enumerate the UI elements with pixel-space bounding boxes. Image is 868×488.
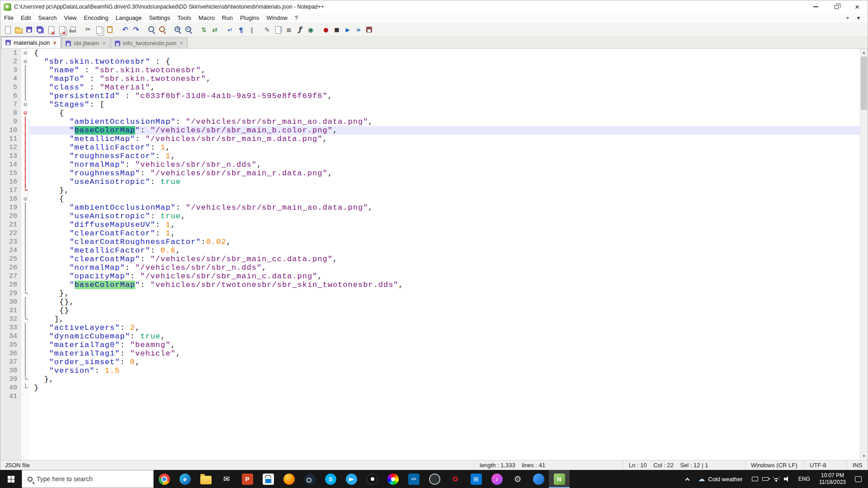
- tray-overflow-chevron-icon[interactable]: [682, 470, 693, 488]
- taskbar-icon-edge[interactable]: e: [175, 470, 195, 488]
- restore-button[interactable]: [826, 0, 847, 13]
- editor[interactable]: 1234567891011121314151617181920212223242…: [0, 49, 868, 460]
- toolbar-close-all-button[interactable]: [57, 24, 67, 36]
- code-line-23[interactable]: "clearCoatRoughnessFactor":0.02,: [29, 238, 868, 246]
- code-line-31[interactable]: {}: [29, 306, 868, 315]
- scroll-up-arrow-icon[interactable]: ▲: [860, 49, 868, 56]
- tab-close-icon[interactable]: ×: [102, 40, 106, 46]
- toolbar-macro-record-button[interactable]: ●: [321, 24, 331, 36]
- toolbar-doc-list-button[interactable]: ≡: [283, 24, 294, 36]
- menu-item-view[interactable]: View: [61, 13, 80, 23]
- tray-language[interactable]: ENG: [794, 476, 815, 482]
- taskbar-icon-color-wheel[interactable]: [382, 470, 403, 488]
- taskbar-icon-code[interactable]: <>: [403, 470, 424, 488]
- tray-battery-icon[interactable]: [762, 477, 769, 481]
- close-button[interactable]: ×: [847, 0, 868, 13]
- taskbar-icon-obs[interactable]: [424, 470, 445, 488]
- taskbar-icon-file-explorer[interactable]: [195, 470, 216, 488]
- taskbar-icon-music[interactable]: ♪: [486, 470, 507, 488]
- menu-item-help[interactable]: ?: [291, 13, 302, 23]
- menu-item-encoding[interactable]: Encoding: [80, 13, 112, 23]
- menu-item-language[interactable]: Language: [112, 13, 146, 23]
- toolbar-replace-button[interactable]: [157, 24, 168, 36]
- code-line-37[interactable]: "order_simset": 0,: [29, 358, 868, 366]
- toolbar-zoom-out-button[interactable]: −: [183, 24, 194, 36]
- taskbar-icon-powerpoint[interactable]: P: [237, 470, 258, 488]
- taskbar-icon-skype[interactable]: S: [320, 470, 341, 488]
- toolbar-copy-button[interactable]: [94, 24, 104, 36]
- taskbar-weather[interactable]: ☁ Cold weather: [693, 470, 748, 488]
- code-line-6[interactable]: "persistentId" : "c033f0bf-31d0-4a1b-9a9…: [29, 92, 868, 100]
- scrollbar-thumb[interactable]: [861, 56, 867, 110]
- code-line-20[interactable]: "useAnisotropic": true,: [29, 212, 868, 221]
- menu-item-settings[interactable]: Settings: [146, 13, 174, 23]
- tray-wifi-icon[interactable]: [773, 477, 780, 482]
- notification-center-button[interactable]: [850, 470, 866, 488]
- editor-vertical-scrollbar[interactable]: ▲ ▼: [860, 49, 868, 460]
- tab-list-dropdown-button[interactable]: ▾: [854, 14, 863, 22]
- code-line-11[interactable]: "metallicMap": "/vehicles/sbr/sbr_main_m…: [29, 135, 868, 143]
- code-line-41[interactable]: [29, 392, 868, 401]
- taskbar-icon-chrome[interactable]: [154, 470, 175, 488]
- menu-item-search[interactable]: Search: [34, 13, 60, 23]
- code-line-7[interactable]: "Stages": [: [29, 100, 868, 109]
- code-line-34[interactable]: "dynamicCubemap": true,: [29, 332, 868, 341]
- toolbar-macro-run-multiple-button[interactable]: »: [353, 24, 364, 36]
- taskbar-icon-github[interactable]: [362, 470, 382, 488]
- menu-item-plugins[interactable]: Plugins: [236, 13, 263, 23]
- taskbar-icon-mail[interactable]: ✉: [216, 470, 237, 488]
- code-line-5[interactable]: "class" : "Material",: [29, 83, 868, 92]
- code-line-38[interactable]: "version": 1.5: [29, 366, 868, 375]
- toolbar-show-all-chars-button[interactable]: ¶: [236, 24, 246, 36]
- taskbar-icon-xbox[interactable]: [528, 470, 549, 488]
- code-line-22[interactable]: "clearCoatFactor": 1,: [29, 229, 868, 238]
- toolbar-save-file-button[interactable]: [24, 24, 35, 36]
- toolbar-indent-guide-button[interactable]: ∥: [246, 24, 257, 36]
- toolbar-macro-stop-button[interactable]: ■: [331, 24, 342, 36]
- code-line-10[interactable]: "baseColorMap": "/vehicles/sbr/sbr_main_…: [29, 126, 868, 135]
- taskbar-icon-telegram[interactable]: [341, 470, 362, 488]
- scroll-down-arrow-icon[interactable]: ▼: [860, 452, 868, 460]
- status-encoding[interactable]: UTF-8: [804, 460, 847, 470]
- tray-clock[interactable]: 10:07 PM 11/18/2023: [815, 472, 850, 486]
- toolbar-function-list-button[interactable]: ƒ: [294, 24, 305, 36]
- code-line-30[interactable]: {},: [29, 298, 868, 306]
- taskbar-search[interactable]: [22, 470, 154, 488]
- toolbar-paste-button[interactable]: [104, 24, 115, 36]
- toolbar-zoom-in-button[interactable]: +: [172, 24, 183, 36]
- tray-monitor-icon[interactable]: [752, 477, 758, 481]
- toolbar-sync-scroll-h-button[interactable]: ⇄: [209, 24, 220, 36]
- code-line-14[interactable]: "normalMap": "vehicles/sbr/sbr_n.dds",: [29, 160, 868, 169]
- toolbar-doc-map-button[interactable]: [273, 24, 283, 36]
- tab-info-twotonesbr-json[interactable]: info_twotonesbr.json×: [111, 38, 188, 48]
- code-line-15[interactable]: "roughnessMap": "/vehicles/sbr/sbr_main_…: [29, 169, 868, 178]
- new-tab-button[interactable]: +: [843, 14, 852, 22]
- taskbar-icon-settings[interactable]: ⚙: [507, 470, 528, 488]
- toolbar-monitoring-button[interactable]: ◉: [305, 24, 316, 36]
- tray-volume-icon[interactable]: [784, 476, 790, 482]
- line-number-gutter[interactable]: 1234567891011121314151617181920212223242…: [0, 49, 21, 460]
- code-line-36[interactable]: "materialTag1": "vehicle",: [29, 349, 868, 358]
- code-line-4[interactable]: "mapTo" : "sbr.skin.twotonesbr",: [29, 75, 868, 83]
- taskbar-icon-store[interactable]: [258, 470, 278, 488]
- toolbar-sync-scroll-v-button[interactable]: ⇅: [198, 24, 209, 36]
- menu-item-window[interactable]: Window: [263, 13, 291, 23]
- code-line-3[interactable]: "name" : "sbr.skin.twotonesbr",: [29, 66, 868, 75]
- code-line-9[interactable]: "ambientOcclusionMap": "/vehicles/sbr/sb…: [29, 117, 868, 126]
- code-line-13[interactable]: "roughnessFactor": 1,: [29, 152, 868, 160]
- code-line-40[interactable]: }: [29, 384, 868, 392]
- code-line-1[interactable]: {: [29, 49, 868, 57]
- toolbar-redo-button[interactable]: ↷: [131, 24, 142, 36]
- code-line-24[interactable]: "metallicFactor": 0.6,: [29, 246, 868, 255]
- toolbar-save-all-button[interactable]: [35, 24, 46, 36]
- toolbar-macro-play-button[interactable]: ▶: [342, 24, 353, 36]
- start-button[interactable]: [0, 470, 22, 488]
- taskbar-icon-notepad-plus-plus[interactable]: N: [549, 470, 570, 488]
- code-line-8[interactable]: {: [29, 109, 868, 117]
- code-line-18[interactable]: {: [29, 195, 868, 203]
- minimize-button[interactable]: [805, 0, 826, 13]
- toolbar-cut-button[interactable]: ✂: [83, 24, 94, 36]
- code-line-25[interactable]: "clearCoatMap": "/vehicles/sbr/sbr_main_…: [29, 255, 868, 263]
- tab-close-icon[interactable]: ×: [52, 40, 57, 46]
- menu-item-file[interactable]: File: [0, 13, 17, 23]
